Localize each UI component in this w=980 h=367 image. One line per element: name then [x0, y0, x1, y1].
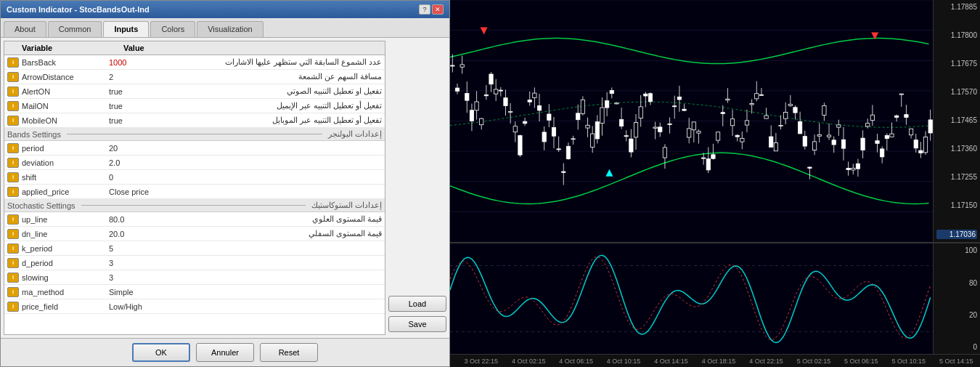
table-body: i BarsBack 1000 عدد الشموع السابقة التي … [4, 55, 385, 334]
row-desc-alerton: تفعيل او تعطيل التنبيه الصوتي [181, 86, 382, 96]
row-icon-applied-price: i [7, 187, 19, 197]
row-value-dperiod: 3 [109, 259, 181, 267]
price-label-3: 1.17675 [936, 60, 977, 68]
row-name-mobileon: MobileON [22, 116, 109, 125]
row-name-period: period [22, 144, 109, 153]
time-label-8: 5 Oct 02:15 [790, 358, 837, 365]
annuler-button[interactable]: Annuler [196, 343, 254, 362]
chart-main: 1.17885 1.17800 1.17675 1.17570 1.17465 … [450, 0, 980, 243]
row-desc-arrowdistance: مسافة السهم عن الشمعة [181, 72, 382, 81]
reset-button[interactable]: Reset [260, 343, 318, 362]
row-icon-period: i [7, 143, 19, 153]
table-row[interactable]: i up_line 80.0 قيمة المستوى العلوي [4, 212, 385, 227]
time-scale: 3 Oct 22:15 4 Oct 02:15 4 Oct 06:15 4 Oc… [450, 354, 980, 367]
table-row[interactable]: i applied_price Close price [4, 185, 385, 199]
price-label-8: 1.17150 [936, 201, 977, 209]
row-value-shift: 0 [109, 173, 181, 182]
row-desc-dnline: قيمة المستوى السفلي [181, 229, 382, 238]
price-label-7: 1.17255 [936, 173, 977, 181]
chart-panel: 1.17885 1.17800 1.17675 1.17570 1.17465 … [450, 0, 980, 367]
table-row[interactable]: i d_period 3 [4, 256, 385, 270]
row-desc-mobileon: تفعيل أو تعطيل التنبيه عبر الموبايل [181, 116, 382, 125]
tab-common[interactable]: Common [48, 21, 102, 37]
row-value-kperiod: 5 [109, 244, 181, 253]
row-icon-deviation: i [7, 158, 19, 168]
table-row[interactable]: i ma_method Simple [4, 285, 385, 299]
sub-price-20: 20 [936, 311, 977, 319]
row-value-barsback: 1000 [109, 58, 181, 67]
tab-inputs[interactable]: Inputs [103, 21, 149, 37]
row-value-upline: 80.0 [109, 215, 181, 224]
sub-price-80: 80 [936, 279, 977, 287]
time-label-10: 5 Oct 10:15 [885, 358, 932, 365]
row-value-dnline: 20.0 [109, 230, 181, 238]
tab-colors[interactable]: Colors [150, 21, 195, 37]
price-label-2: 1.17800 [936, 31, 977, 39]
row-value-period: 20 [109, 144, 181, 153]
time-label-2: 4 Oct 02:15 [505, 358, 552, 365]
table-row[interactable]: i price_field Low/High [4, 299, 385, 314]
separator-line [67, 134, 322, 134]
time-label-9: 5 Oct 06:15 [838, 358, 885, 365]
ok-button[interactable]: OK [132, 343, 190, 362]
row-name-barsback: BarsBack [22, 58, 109, 67]
table-row[interactable]: i MailON true تفعيل أو تعطيل التنبيه عبر… [4, 99, 385, 113]
header-value: Value [123, 44, 211, 52]
time-label-3: 4 Oct 06:15 [552, 358, 600, 365]
row-icon-mamethod: i [7, 287, 19, 297]
separator-stoch-left: Stochastic Settings [7, 201, 75, 210]
row-icon-barsback: i [7, 57, 19, 68]
row-name-kperiod: k_period [22, 244, 109, 253]
row-name-deviation: deviation [22, 158, 109, 167]
row-desc-upline: قيمة المستوى العلوي [181, 214, 382, 224]
row-value-alerton: true [109, 87, 181, 96]
table-row[interactable]: i AlertON true تفعيل او تعطيل التنبيه ال… [4, 84, 385, 99]
dialog-title: Custom Indicator - StocBandsOut-Ind [7, 5, 150, 14]
table-row[interactable]: i BarsBack 1000 عدد الشموع السابقة التي … [4, 55, 385, 70]
table-row[interactable]: i MobileON true تفعيل أو تعطيل التنبيه ع… [4, 113, 385, 128]
price-label-4: 1.17570 [936, 88, 977, 96]
table-row[interactable]: i k_period 5 [4, 241, 385, 256]
separator-stoch-right: إعدادات الستوكاستيك [311, 201, 382, 210]
table-row[interactable]: i shift 0 [4, 170, 385, 185]
row-icon-upline: i [7, 214, 19, 225]
row-desc-mailon: تفعيل أو تعطيل التنبيه عبر الإيميل [181, 101, 382, 110]
row-value-slowing: 3 [109, 273, 181, 282]
load-button[interactable]: Load [388, 296, 446, 312]
separator-stoch: Stochastic Settings إعدادات الستوكاستيك [4, 199, 385, 212]
row-name-upline: up_line [22, 215, 109, 224]
row-desc-barsback: عدد الشموع السابقة التي ستظهر عليها الاش… [181, 57, 382, 67]
header-variable: Variable [22, 44, 123, 52]
row-icon-shift: i [7, 172, 19, 182]
row-icon-dnline: i [7, 229, 19, 239]
table-header: Variable Value [4, 41, 385, 55]
row-name-dnline: dn_line [22, 230, 109, 238]
separator-line2 [81, 205, 306, 206]
save-button[interactable]: Save [388, 316, 446, 332]
row-name-mamethod: ma_method [22, 288, 109, 297]
table-row[interactable]: i deviation 2.0 [4, 156, 385, 170]
row-icon-alerton: i [7, 86, 19, 97]
sub-price-100: 100 [936, 246, 977, 254]
table-row[interactable]: i dn_line 20.0 قيمة المستوى السفلي [4, 227, 385, 241]
tab-visualization[interactable]: Visualization [197, 21, 264, 37]
row-value-pricefield: Low/High [109, 302, 181, 311]
row-name-applied-price: applied_price [22, 187, 109, 196]
row-value-deviation: 2.0 [109, 158, 181, 167]
bottom-bar: OK Annuler Reset [1, 338, 449, 366]
table-row[interactable]: i ArrowDistance 2 مسافة السهم عن الشمعة [4, 70, 385, 84]
separator-bands-left: Bands Settings [7, 130, 61, 139]
close-button[interactable]: ✕ [432, 4, 444, 15]
tabs-bar: About Common Inputs Colors Visualization [1, 18, 449, 38]
price-scale: 1.17885 1.17800 1.17675 1.17570 1.17465 … [933, 0, 980, 242]
sub-price-0: 0 [936, 343, 977, 351]
row-icon-mobileon: i [7, 116, 19, 126]
table-row[interactable]: i period 20 [4, 141, 385, 156]
table-row[interactable]: i slowing 3 [4, 270, 385, 285]
tab-about[interactable]: About [4, 21, 46, 37]
help-button[interactable]: ? [419, 4, 430, 15]
price-label-current: 1.17036 [936, 230, 977, 239]
row-icon-pricefield: i [7, 302, 19, 312]
separator-bands: Bands Settings إعدادات البولنجر [4, 128, 385, 141]
dialog-titlebar: Custom Indicator - StocBandsOut-Ind ? ✕ [1, 1, 449, 18]
